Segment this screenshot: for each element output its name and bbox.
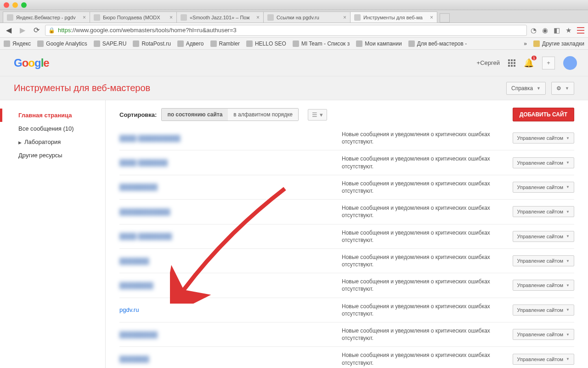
address-bar[interactable]: 🔒 https://www.google.com/webmasters/tool… [45,25,527,36]
browser-tab[interactable]: Ссылки на pgdv.ru× [263,12,351,23]
sidebar-item-all-messages[interactable]: Все сообщения (10) [0,122,105,135]
bookmark-item[interactable]: Google Analytics [37,40,87,47]
close-icon[interactable]: × [170,14,173,21]
menu-icon[interactable] [577,27,584,34]
chevron-down-icon: ▾ [320,111,323,118]
site-status-text: Новые сообщения и уведомления о критичес… [342,303,506,317]
manage-label: Управление сайтом [517,234,564,239]
manage-label: Управление сайтом [517,307,564,313]
manage-label: Управление сайтом [517,184,564,190]
site-row: pgdv.ruНовые сообщения и уведомления о к… [119,298,574,322]
bookmark-item[interactable]: RotaPost.ru [133,40,170,47]
site-row: ███████Новые сообщения и уведомления о к… [119,248,574,273]
bookmark-label: Google Analytics [46,40,87,47]
manage-site-dropdown[interactable]: Управление сайтом▼ [513,305,575,316]
bookmarks-bar: Яндекс Google Analytics SAPE.RU RotaPost… [0,38,588,50]
sort-label: Сортировка: [119,111,157,118]
close-icon[interactable]: × [430,14,433,21]
favicon-icon [7,14,13,21]
manage-site-dropdown[interactable]: Управление сайтом▼ [513,329,575,340]
apps-grid-icon[interactable] [508,59,515,67]
settings-dropdown[interactable]: ⚙▼ [551,82,574,95]
back-button[interactable]: ◀ [4,25,14,35]
site-name-link[interactable]: ████ ██████████ [119,135,335,142]
site-status-text: Новые сообщения и уведомления о критичес… [342,131,506,145]
zoom-window-button[interactable] [21,2,27,8]
add-site-button[interactable]: ДОБАВИТЬ САЙТ [513,108,574,121]
site-name-link[interactable]: █████████ [119,331,335,338]
close-icon[interactable]: × [343,14,346,21]
manage-site-dropdown[interactable]: Управление сайтом▼ [513,206,575,217]
minimize-window-button[interactable] [12,2,18,8]
new-tab-button[interactable] [440,13,450,23]
site-name-link[interactable]: ████ ███████ [119,159,335,166]
bookmark-item[interactable]: SAPE.RU [94,40,127,47]
bookmark-label: Другие закладки [542,40,584,47]
bookmarks-overflow[interactable]: » [524,40,527,47]
site-row: ███████Новые сообщения и уведомления о к… [119,346,574,368]
tab-label: «Smooth Jazz.101» – Пож [190,15,254,20]
manage-site-dropdown[interactable]: Управление сайтом▼ [513,354,575,365]
bookmark-item[interactable]: Мои кампании [356,40,401,47]
close-window-button[interactable] [4,2,9,8]
site-name-link[interactable]: ████ ████████ [119,233,335,240]
manage-site-dropdown[interactable]: Управление сайтом▼ [513,157,575,168]
manage-site-dropdown[interactable]: Управление сайтом▼ [513,255,575,266]
google-user-link[interactable]: +Сергей [477,59,500,66]
bookmark-star-icon[interactable]: ★ [565,26,571,34]
manage-label: Управление сайтом [517,209,564,214]
site-status-text: Новые сообщения и уведомления о критичес… [342,229,506,244]
manage-label: Управление сайтом [517,332,564,337]
notifications-bell-icon[interactable]: 🔔1 [524,58,534,68]
sort-by-alpha[interactable]: в алфавитном порядке [228,109,298,121]
browser-tab[interactable]: Бюро Погодаева (MODX× [90,12,177,23]
manage-site-dropdown[interactable]: Управление сайтом▼ [513,182,575,193]
share-plus-button[interactable]: + [542,57,555,69]
bookmark-label: Яндекс [12,40,31,47]
bookmark-label: SAPE.RU [102,40,127,47]
extension-icon[interactable]: ◉ [542,26,548,34]
sort-by-state[interactable]: по состоянию сайта [161,108,228,121]
bookmark-item[interactable]: HELLO SEO [246,40,286,47]
site-name-link[interactable]: ████████████ [119,208,335,215]
overflow-label: » [524,40,527,47]
google-logo[interactable]: Google [14,57,49,69]
site-name-link[interactable]: ███████ [119,258,335,264]
reload-button[interactable]: ⟳ [31,25,41,35]
bookmark-item[interactable]: Rambler [210,40,240,47]
extension-icon[interactable]: ◧ [554,26,560,34]
extension-icon[interactable]: ◔ [531,26,537,34]
bookmark-item[interactable]: Яндекс [4,40,31,47]
help-dropdown[interactable]: Справка▼ [506,82,546,95]
manage-site-dropdown[interactable]: Управление сайтом▼ [513,231,575,242]
bookmark-label: Мои кампании [365,40,401,47]
browser-tab[interactable]: Яндекс.Вебмастер - pgdv× [3,12,90,23]
favicon-icon [267,14,274,21]
other-bookmarks-folder[interactable]: Другие закладки [533,40,584,47]
site-name-link[interactable]: ████████ [119,282,335,289]
bookmark-item[interactable]: Адвего [177,40,204,47]
manage-site-dropdown[interactable]: Управление сайтом▼ [513,132,575,144]
account-avatar[interactable] [563,56,577,70]
browser-tab[interactable]: «Smooth Jazz.101» – Пож× [176,12,264,23]
view-mode-dropdown[interactable]: ☰▾ [308,109,327,121]
site-name-link[interactable]: ███████ [119,356,335,362]
favicon-icon [354,14,361,21]
page-header: Инструменты для веб-мастеров Справка▼ ⚙▼ [0,76,588,100]
manage-site-dropdown[interactable]: Управление сайтом▼ [513,280,575,291]
browser-tab[interactable]: Инструменты для веб-ма× [350,12,437,23]
sidebar-item-other[interactable]: Другие ресурсы [0,149,105,162]
site-name-link[interactable]: █████████ [119,184,335,190]
bookmark-item[interactable]: MI Team - Список з [293,40,350,47]
chevron-down-icon: ▼ [566,357,570,361]
forward-button[interactable]: ▶ [17,25,28,35]
sidebar-item-lab[interactable]: ▶Лаборатория [0,135,105,149]
lock-icon: 🔒 [48,27,55,34]
site-name-link[interactable]: pgdv.ru [119,306,335,313]
sidebar-item-home[interactable]: Главная страница [0,109,105,122]
close-icon[interactable]: × [256,14,260,21]
site-row: ████████████Новые сообщения и уведомлени… [119,199,574,224]
site-row: █████████Новые сообщения и уведомления о… [119,175,574,199]
close-icon[interactable]: × [83,14,86,21]
bookmark-item[interactable]: Для веб-мастеров - [408,40,467,47]
